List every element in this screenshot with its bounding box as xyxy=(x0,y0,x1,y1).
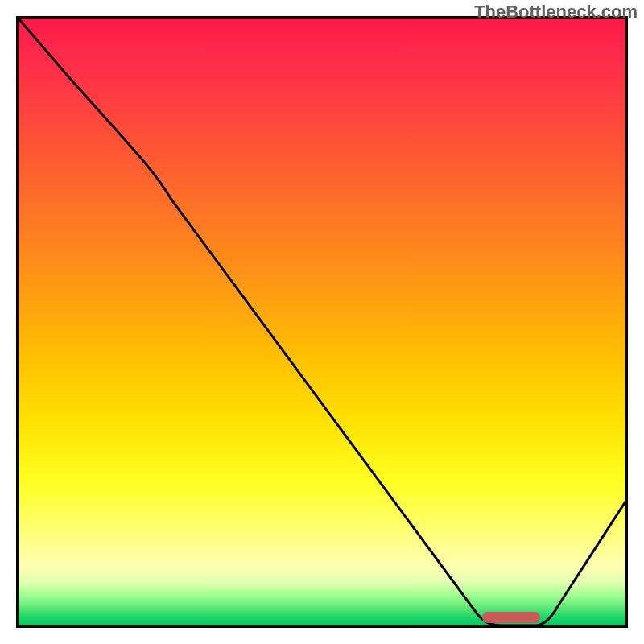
watermark-text: TheBottleneck.com xyxy=(474,2,638,23)
chart-plot-area xyxy=(16,16,628,628)
optimal-marker xyxy=(482,612,540,623)
curve-line xyxy=(19,19,625,625)
